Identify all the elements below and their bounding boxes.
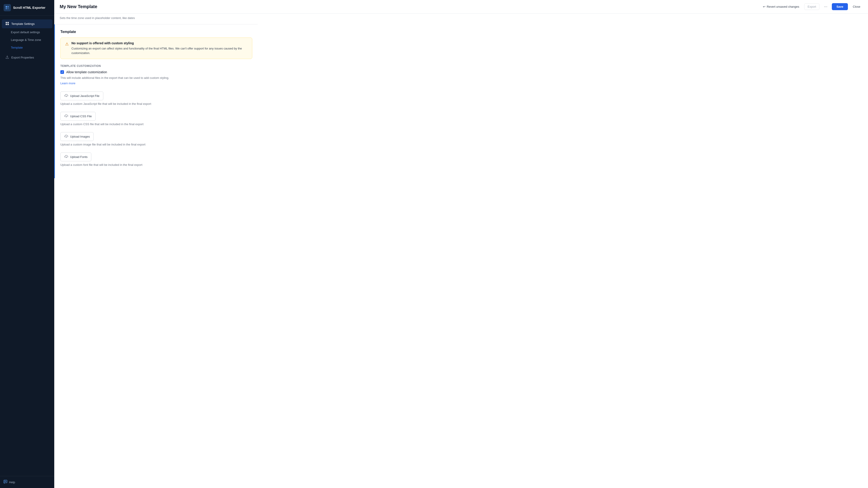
upload-js-item: Upload JavaScript File Upload a custom J… [60,92,252,105]
upload-images-item: Upload Images Upload a custom image file… [60,132,252,146]
upload-images-label: Upload Images [70,135,90,138]
upload-css-label: Upload CSS File [70,115,92,118]
upload-js-desc: Upload a custom JavaScript file that wil… [60,102,252,105]
upload-fonts-icon [64,155,68,159]
more-button[interactable]: ··· [822,3,829,10]
sidebar: Scroll HTML Exporter Template Settings E… [0,0,54,488]
export-properties-icon [5,55,9,60]
help-icon [4,480,7,484]
topbar-actions: ↩ Revert unsaved changes Export ··· Save… [761,3,863,10]
sidebar-item-template-settings[interactable]: Template Settings [2,20,53,28]
app-name: Scroll HTML Exporter [13,6,45,9]
export-default-label: Export default settings [11,31,40,34]
svg-rect-4 [6,22,7,23]
upload-js-icon [64,94,68,98]
main-area: My New Template ↩ Revert unsaved changes… [54,0,868,488]
revert-icon: ↩ [763,5,765,8]
upload-js-button[interactable]: Upload JavaScript File [60,92,103,100]
svg-rect-0 [6,6,7,7]
help-label: Help [9,481,15,484]
export-properties-label: Export Properties [11,56,34,59]
upload-fonts-item: Upload Fonts Upload a custom font file t… [60,153,252,166]
upload-images-button[interactable]: Upload Images [60,132,94,141]
upload-fonts-label: Upload Fonts [70,155,88,159]
timezone-note: Sets the time zone used in placeholder c… [54,13,258,24]
template-section: Template ⚠ No support is offered with cu… [54,24,258,178]
close-button[interactable]: Close [850,4,863,10]
upload-fonts-button[interactable]: Upload Fonts [60,153,91,161]
upload-images-desc: Upload a custom image file that will be … [60,143,252,146]
svg-rect-1 [7,6,9,7]
sidebar-item-export-properties[interactable]: Export Properties [2,53,53,62]
language-timezone-label: Language & Time zone [11,38,41,41]
app-logo [4,4,11,11]
upload-js-label: Upload JavaScript File [70,94,99,98]
svg-rect-2 [6,8,7,9]
export-label: Export [808,5,816,8]
warning-content: No support is offered with custom stylin… [71,41,248,55]
customization-label: Template Customization [60,64,252,68]
template-label: Template [11,46,23,49]
sidebar-item-export-default[interactable]: Export default settings [2,29,53,36]
upload-fonts-desc: Upload a custom font file that will be i… [60,163,252,166]
upload-css-button[interactable]: Upload CSS File [60,112,96,121]
content-area: Sets the time zone used in placeholder c… [54,13,868,488]
warning-title: No support is offered with custom stylin… [71,41,248,45]
template-settings-label: Template Settings [11,22,35,26]
more-icon: ··· [824,4,827,9]
content-inner: Sets the time zone used in placeholder c… [54,13,258,187]
svg-rect-6 [6,24,7,25]
section-title: Template [60,30,252,34]
allow-customization-row: Allow template customization [60,70,252,74]
template-settings-icon [5,22,9,26]
learn-more-link[interactable]: Learn more [60,82,75,85]
upload-css-desc: Upload a custom CSS file that will be in… [60,123,252,126]
upload-css-icon [64,114,68,119]
svg-rect-3 [7,8,9,9]
svg-rect-8 [4,480,7,483]
svg-rect-5 [7,22,9,23]
export-button[interactable]: Export [804,3,819,10]
sidebar-nav: Template Settings Export default setting… [0,15,54,476]
warning-box: ⚠ No support is offered with custom styl… [60,37,252,59]
svg-rect-7 [7,24,9,25]
warning-text: Customizing an export can affect styles … [71,46,248,55]
checkbox-description: This will include additional files in th… [60,76,252,80]
topbar: My New Template ↩ Revert unsaved changes… [54,0,868,13]
upload-images-icon [64,134,68,139]
sidebar-item-language-timezone[interactable]: Language & Time zone [2,36,53,43]
allow-customization-label: Allow template customization [66,70,107,74]
sidebar-item-template[interactable]: Template [2,44,53,51]
revert-button[interactable]: ↩ Revert unsaved changes [761,4,802,10]
page-title: My New Template [60,4,761,9]
save-button[interactable]: Save [832,3,848,10]
allow-customization-checkbox[interactable] [60,70,64,74]
upload-css-item: Upload CSS File Upload a custom CSS file… [60,112,252,126]
sidebar-footer-help[interactable]: Help [0,476,54,488]
revert-label: Revert unsaved changes [767,5,799,8]
sidebar-header: Scroll HTML Exporter [0,0,54,15]
warning-icon: ⚠ [65,41,69,55]
upload-section: Upload JavaScript File Upload a custom J… [60,92,252,166]
timezone-note-text: Sets the time zone used in placeholder c… [60,16,135,20]
